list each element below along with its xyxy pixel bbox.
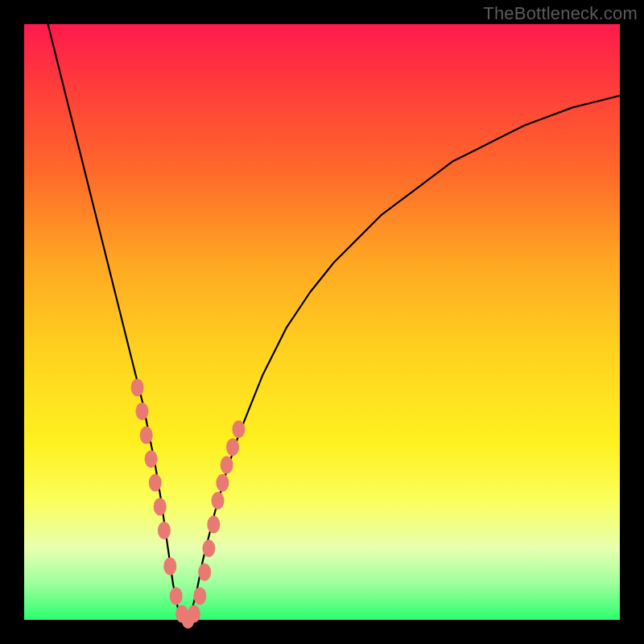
dot (198, 564, 211, 581)
dot (140, 427, 153, 444)
dot (226, 438, 239, 456)
dot (221, 456, 233, 474)
watermark-text: TheBottleneck.com (483, 3, 638, 24)
dot (149, 474, 162, 492)
dot (193, 587, 206, 605)
dot (232, 420, 245, 438)
dot (212, 492, 225, 510)
outer-frame: TheBottleneck.com (0, 0, 644, 644)
highlight-dots (131, 378, 246, 629)
dot (154, 497, 167, 515)
dot (202, 539, 215, 557)
dot (170, 587, 183, 605)
dot (188, 605, 200, 623)
dot (207, 516, 220, 534)
chart-svg (24, 24, 620, 620)
dot (158, 522, 171, 539)
bottleneck-curve (48, 24, 620, 620)
dot (216, 474, 229, 492)
dot (136, 402, 149, 420)
dot (131, 378, 144, 396)
dot (163, 557, 176, 575)
dot (145, 450, 158, 468)
